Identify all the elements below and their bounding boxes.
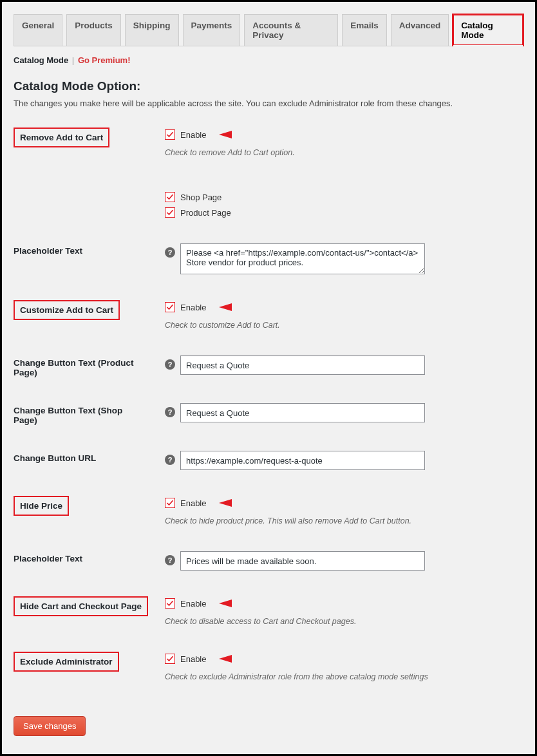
page-description: The changes you make here will be applic… (14, 99, 523, 108)
checkbox-product-page[interactable] (165, 207, 175, 218)
tab-products[interactable]: Products (66, 14, 121, 46)
checkbox-label-enable: Enable (180, 130, 206, 140)
tab-accounts-privacy[interactable]: Accounts & Privacy (244, 14, 338, 46)
page-title: Catalog Mode Option: (14, 79, 523, 93)
checkbox-label-product-page: Product Page (180, 208, 231, 218)
help-icon[interactable]: ? (165, 555, 175, 565)
checkbox-shop-page[interactable] (165, 192, 175, 202)
subnav-current[interactable]: Catalog Mode (14, 55, 68, 65)
input-change-btn-product[interactable] (180, 355, 425, 375)
save-button[interactable]: Save changes (14, 716, 86, 736)
tab-emails[interactable]: Emails (342, 14, 387, 46)
settings-tabs: General Products Shipping Payments Accou… (14, 14, 523, 46)
label-change-btn-url: Change Button URL (14, 451, 165, 463)
desc-customize-add-to-cart: Check to customize Add to Cart. (165, 321, 280, 330)
textarea-placeholder-text-1[interactable]: Please <a href="https://example.com/cont… (180, 243, 425, 274)
arrow-icon (219, 300, 254, 314)
help-icon[interactable]: ? (165, 247, 175, 258)
checkbox-label-enable: Enable (180, 654, 206, 664)
desc-remove-add-to-cart: Check to remove Add to Cart option. (165, 148, 295, 157)
label-placeholder-text-2: Placeholder Text (14, 551, 165, 563)
checkbox-hide-cart-checkout-enable[interactable] (165, 598, 175, 609)
label-remove-add-to-cart: Remove Add to Cart (14, 128, 109, 147)
help-icon[interactable]: ? (165, 455, 175, 465)
label-change-btn-shop: Change Button Text (Shop Page) (14, 403, 142, 425)
label-hide-cart-checkout: Hide Cart and Checkout Page (14, 596, 148, 616)
label-hide-price: Hide Price (14, 496, 69, 516)
checkbox-customize-add-to-cart-enable[interactable] (165, 302, 175, 312)
help-icon[interactable]: ? (165, 359, 175, 370)
sub-nav: Catalog Mode | Go Premium! (14, 55, 523, 65)
checkbox-label-enable: Enable (180, 303, 206, 312)
arrow-icon (219, 128, 254, 142)
checkbox-exclude-admin-enable[interactable] (165, 654, 175, 664)
help-icon[interactable]: ? (165, 407, 175, 417)
label-placeholder-text-1: Placeholder Text (14, 243, 165, 256)
input-change-btn-url[interactable] (180, 451, 425, 470)
label-customize-add-to-cart: Customize Add to Cart (14, 300, 120, 320)
desc-hide-cart-checkout: Check to disable access to Cart and Chec… (165, 617, 356, 626)
tab-advanced[interactable]: Advanced (391, 14, 449, 46)
input-change-btn-shop[interactable] (180, 403, 425, 422)
label-exclude-admin: Exclude Administrator (14, 652, 119, 672)
label-change-btn-product: Change Button Text (Product Page) (14, 355, 142, 377)
checkbox-label-enable: Enable (180, 498, 206, 508)
tab-shipping[interactable]: Shipping (125, 14, 179, 46)
checkbox-label-shop-page: Shop Page (180, 193, 221, 202)
arrow-icon (219, 652, 254, 666)
subnav-go-premium[interactable]: Go Premium! (78, 55, 131, 65)
checkbox-hide-price-enable[interactable] (165, 498, 175, 508)
tab-general[interactable]: General (14, 14, 62, 46)
subnav-separator: | (72, 55, 74, 65)
desc-hide-price: Check to hide product price. This will a… (165, 516, 411, 525)
checkbox-remove-add-to-cart-enable[interactable] (165, 129, 175, 140)
tab-catalog-mode[interactable]: Catalog Mode (453, 14, 523, 46)
arrow-icon (219, 596, 254, 610)
arrow-icon (219, 496, 254, 510)
checkbox-label-enable: Enable (180, 599, 206, 609)
desc-exclude-admin: Check to exclude Administrator role from… (165, 672, 428, 681)
tab-payments[interactable]: Payments (183, 14, 241, 46)
input-placeholder-text-2[interactable] (180, 551, 425, 571)
